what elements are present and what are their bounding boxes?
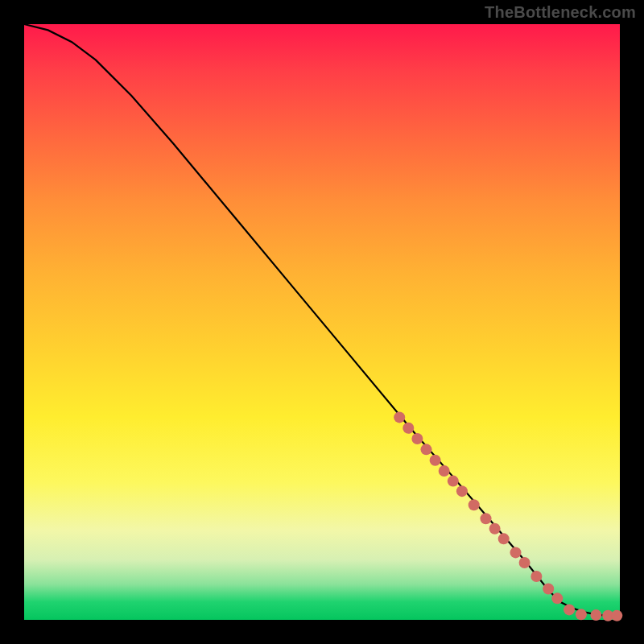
data-marker [402,423,414,434]
chart-frame: TheBottleneck.com [0,0,644,644]
data-marker [430,455,441,466]
data-marker [469,499,480,510]
bottleneck-curve [24,24,620,616]
chart-overlay [24,24,620,620]
data-marker [510,547,522,558]
data-marker [481,513,492,524]
data-marker [611,610,622,621]
data-marker [456,485,468,497]
plot-area [24,24,620,620]
data-marker [448,476,459,487]
data-marker [394,411,405,423]
data-marker [421,444,432,455]
data-marker [590,609,601,621]
data-marker [439,465,450,477]
data-marker [519,557,530,568]
data-marker [564,604,575,615]
watermark-text: TheBottleneck.com [485,3,636,22]
data-marker [489,523,501,535]
data-marker [530,571,542,582]
data-marker [551,592,563,604]
marker-group [394,411,622,621]
data-marker [411,433,423,444]
data-marker [498,533,510,544]
data-marker [576,609,587,620]
data-marker [543,584,554,595]
